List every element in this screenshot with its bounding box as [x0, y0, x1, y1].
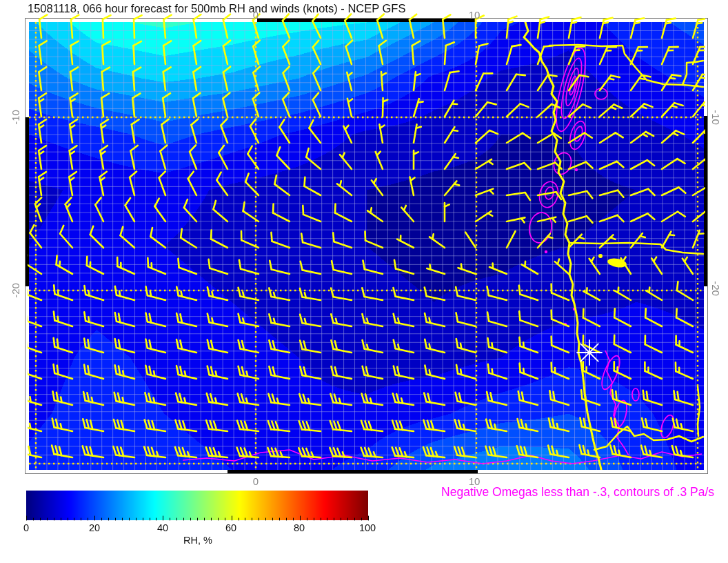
page-title: 15081118, 066 hour forecast for 500mb RH…	[28, 2, 405, 15]
bottom-axis-tick-0: 0	[253, 475, 259, 487]
right-axis-tick-neg20: -20	[710, 281, 722, 296]
colorbar-tick-100: 100	[359, 522, 376, 533]
colorbar-tick-80: 80	[294, 522, 305, 533]
forecast-chart: 15081118, 066 hour forecast for 500mb RH…	[0, 0, 728, 563]
colorbar-tick-40: 40	[157, 522, 168, 533]
top-axis-tick-0: 0	[253, 9, 259, 21]
forecast-map-canvas	[0, 0, 728, 563]
colorbar-tick-60: 60	[225, 522, 236, 533]
colorbar-title: RH, %	[183, 535, 212, 546]
colorbar-tick-0: 0	[23, 522, 29, 533]
colorbar-tick-20: 20	[89, 522, 100, 533]
omega-annotation: Negative Omegas less than -.3, contours …	[441, 485, 714, 500]
top-axis-tick-10: 10	[469, 9, 481, 21]
right-axis-tick-neg10: -10	[710, 110, 722, 125]
left-axis-tick-neg20: -20	[10, 283, 21, 298]
left-axis-tick-neg10: -10	[10, 110, 21, 125]
